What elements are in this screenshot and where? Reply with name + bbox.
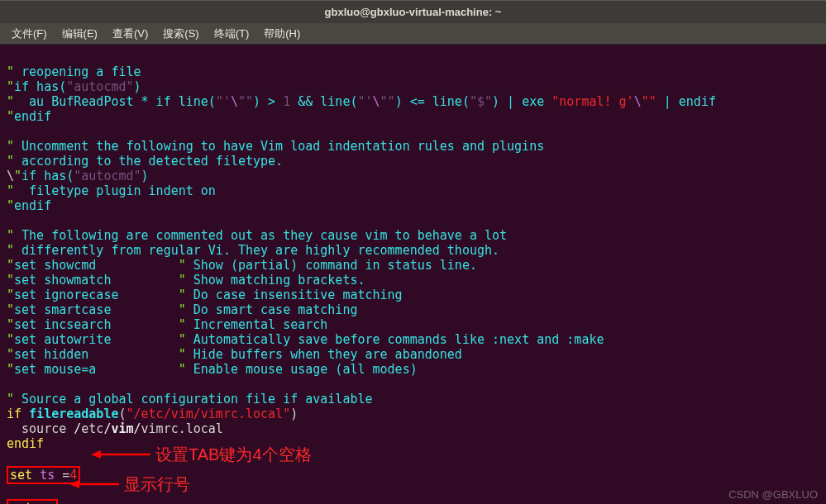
menu-view[interactable]: 查看(V) — [106, 24, 155, 44]
code-line: " au BufReadPost * if line("'\"") > 1 &&… — [7, 94, 716, 109]
window-title: gbxluo@gbxluo-virtual-machine: ~ — [325, 6, 502, 18]
terminal-area[interactable]: " reopening a file "if has("autocmd") " … — [0, 45, 826, 504]
svg-marker-1 — [91, 450, 101, 459]
code-line: \"if has("autocmd") — [7, 169, 149, 183]
code-line: endif — [7, 436, 44, 451]
window-titlebar: gbxluo@gbxluo-virtual-machine: ~ — [0, 0, 826, 23]
code-line: "if has("autocmd") — [7, 79, 141, 94]
menu-help[interactable]: 帮助(H) — [257, 24, 307, 44]
annotation-nu-text: 显示行号 — [124, 477, 190, 492]
code-line: source /etc/vim/vimrc.local — [7, 421, 223, 436]
code-line: "set smartcase " Do smart case matching — [7, 302, 357, 317]
code-line: " according to the detected filetype. — [7, 154, 283, 169]
code-line: "set hidden " Hide buffers when they are… — [7, 347, 462, 362]
code-line: "endif — [7, 109, 51, 124]
code-line: " Uncomment the following to have Vim lo… — [7, 139, 544, 154]
code-line: " Source a global configuration file if … — [7, 392, 373, 407]
annotation-nu: 显示行号 — [69, 477, 190, 492]
code-line: " differently from regular Vi. They are … — [7, 243, 499, 258]
annotation-tab: 设置TAB键为4个空格 — [91, 447, 312, 462]
code-line: if filereadable("/etc/vim/vimrc.local") — [7, 407, 298, 421]
code-line: " filetype plugin indent on — [7, 183, 216, 198]
menu-edit[interactable]: 编辑(E) — [55, 24, 104, 44]
code-line: "set ignorecase " Do case insensitive ma… — [7, 288, 403, 302]
menu-terminal[interactable]: 终端(T) — [208, 24, 256, 44]
code-line: "set mouse=a " Enable mouse usage (all m… — [7, 362, 418, 377]
menu-file[interactable]: 文件(F) — [5, 24, 54, 44]
code-line: " reopening a file — [7, 64, 141, 79]
menu-search[interactable]: 搜索(S) — [156, 24, 205, 44]
code-line: "endif — [7, 198, 51, 213]
code-line: "set showmatch " Show matching brackets. — [7, 273, 365, 288]
arrow-left-icon — [69, 478, 119, 490]
watermark: CSDN @GBXLUO — [728, 488, 818, 501]
code-line: "set autowrite " Automatically save befo… — [7, 332, 604, 347]
code-line: "set incsearch " Incremental search — [7, 317, 327, 332]
menubar: 文件(F) 编辑(E) 查看(V) 搜索(S) 终端(T) 帮助(H) — [0, 23, 826, 45]
arrow-left-icon — [91, 449, 150, 460]
highlight-box-set-nu: set nu — [7, 499, 58, 504]
code-line: "set showcmd " Show (partial) command in… — [7, 258, 477, 273]
code-line: " The following are commented out as the… — [7, 228, 507, 243]
svg-marker-3 — [69, 480, 79, 488]
annotation-tab-text: 设置TAB键为4个空格 — [155, 447, 312, 462]
